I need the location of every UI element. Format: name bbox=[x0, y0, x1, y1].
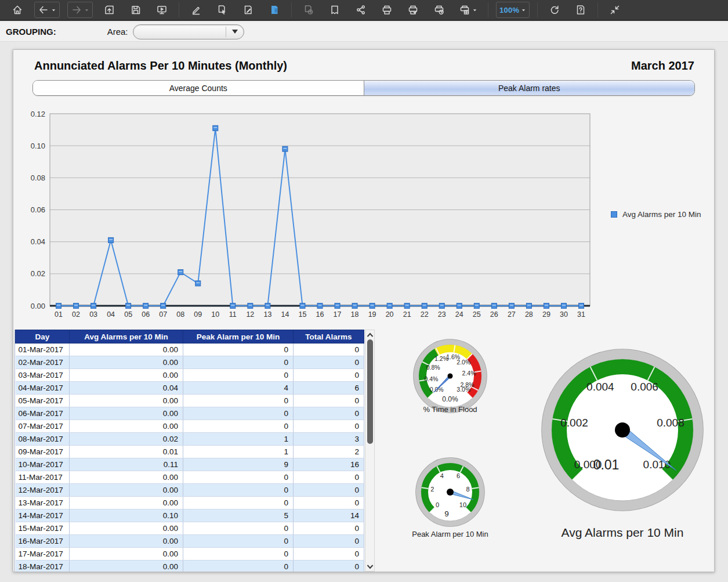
toolbar-separator bbox=[291, 2, 292, 17]
svg-text:19: 19 bbox=[368, 310, 376, 319]
svg-text:11: 11 bbox=[229, 310, 237, 319]
table-row[interactable]: 16-Mar-20170.0000 bbox=[16, 535, 364, 548]
svg-text:12: 12 bbox=[246, 310, 254, 319]
help-document-button[interactable] bbox=[571, 2, 590, 18]
svg-text:07: 07 bbox=[159, 310, 167, 319]
forward-button[interactable] bbox=[67, 2, 93, 18]
tab-peak-alarm-rates[interactable]: Peak Alarm rates bbox=[364, 81, 695, 95]
svg-text:0.004: 0.004 bbox=[586, 381, 614, 393]
svg-text:10: 10 bbox=[211, 310, 219, 319]
legend-swatch-icon bbox=[611, 211, 617, 218]
table-row[interactable]: 14-Mar-20170.10514 bbox=[16, 509, 364, 522]
table-row[interactable]: 04-Mar-20170.0446 bbox=[16, 382, 364, 395]
svg-text:08: 08 bbox=[176, 310, 184, 319]
column-header-total-alarms[interactable]: Total Alarms bbox=[294, 330, 364, 344]
area-dropdown-arrow-button[interactable] bbox=[226, 30, 244, 34]
print-schedule-button[interactable] bbox=[430, 2, 448, 18]
home-icon bbox=[12, 4, 23, 16]
flood-gauge-dial: 0.0%0.4%0.8%1.2%1.6%2.0%2.4%2.8%3.0%0.0% bbox=[410, 335, 491, 417]
toolbar-separator bbox=[537, 2, 538, 17]
table-row[interactable]: 10-Mar-20170.11916 bbox=[16, 458, 364, 471]
print-confirm-button[interactable] bbox=[404, 2, 422, 18]
svg-text:06: 06 bbox=[142, 310, 150, 319]
back-button[interactable] bbox=[34, 2, 60, 18]
doc-question-icon bbox=[575, 4, 586, 16]
printer-icon bbox=[381, 4, 393, 16]
edit-button[interactable] bbox=[187, 2, 205, 18]
chart-legend: Avg Alarms per 10 Min bbox=[611, 210, 701, 219]
share-button[interactable] bbox=[352, 2, 370, 18]
preview-button[interactable] bbox=[153, 2, 171, 18]
table-row[interactable]: 18-Mar-20170.0000 bbox=[16, 561, 364, 572]
edit-document-button[interactable] bbox=[239, 2, 258, 18]
doc-blue-icon bbox=[269, 4, 280, 16]
doc-cursor-icon bbox=[216, 4, 228, 16]
collapse-button[interactable] bbox=[606, 2, 624, 18]
svg-text:0.12: 0.12 bbox=[31, 110, 45, 118]
column-header-avg-alarms[interactable]: Avg Alarms per 10 Min bbox=[70, 330, 183, 344]
svg-text:09: 09 bbox=[194, 310, 202, 319]
svg-text:2.0%: 2.0% bbox=[457, 359, 470, 366]
svg-text:21: 21 bbox=[403, 310, 411, 319]
svg-text:2.4%: 2.4% bbox=[462, 370, 476, 377]
area-dropdown[interactable] bbox=[133, 24, 244, 39]
table-row[interactable]: 15-Mar-20170.0000 bbox=[16, 522, 364, 535]
book-icon bbox=[329, 4, 341, 16]
scroll-down-button[interactable] bbox=[365, 562, 374, 570]
column-header-peak-alarm[interactable]: Peak Alarm per 10 Min bbox=[183, 330, 294, 344]
svg-text:29: 29 bbox=[542, 310, 550, 319]
table-row[interactable]: 13-Mar-20170.0000 bbox=[16, 497, 364, 509]
table-row[interactable]: 02-Mar-20170.0000 bbox=[16, 356, 364, 369]
doc-clock-icon bbox=[303, 4, 314, 16]
table-row[interactable]: 08-Mar-20170.0213 bbox=[16, 433, 364, 446]
caret-down-icon bbox=[521, 8, 526, 13]
zoom-button[interactable]: 100% bbox=[496, 2, 530, 18]
table-row[interactable]: 05-Mar-20170.0000 bbox=[16, 395, 364, 407]
tab-average-counts[interactable]: Average Counts bbox=[33, 81, 364, 95]
table-row[interactable]: 01-Mar-20170.0000 bbox=[16, 344, 364, 356]
svg-text:6: 6 bbox=[457, 472, 460, 479]
toolbar-separator bbox=[597, 2, 598, 17]
scrollbar-thumb[interactable] bbox=[367, 339, 373, 444]
table-header-row: Day Avg Alarms per 10 Min Peak Alarm per… bbox=[16, 330, 364, 344]
peak-alarm-gauge-caption: Peak Alarm per 10 Min bbox=[412, 530, 488, 538]
svg-text:20: 20 bbox=[386, 310, 394, 319]
share-icon bbox=[355, 4, 367, 16]
svg-text:01: 01 bbox=[55, 310, 63, 319]
table-row[interactable]: 09-Mar-20170.0112 bbox=[16, 446, 364, 458]
svg-text:8: 8 bbox=[466, 486, 470, 493]
table-row[interactable]: 17-Mar-20170.0000 bbox=[16, 548, 364, 561]
chevron-down-icon bbox=[367, 564, 374, 569]
active-document-button[interactable] bbox=[265, 2, 284, 18]
table-row[interactable]: 07-Mar-20170.0000 bbox=[16, 420, 364, 433]
svg-text:0.4%: 0.4% bbox=[424, 375, 438, 382]
select-document-button[interactable] bbox=[213, 2, 231, 18]
svg-text:0.08: 0.08 bbox=[31, 173, 45, 182]
table-row[interactable]: 12-Mar-20170.0000 bbox=[16, 484, 364, 497]
refresh-button[interactable] bbox=[545, 2, 564, 18]
chevron-down-icon bbox=[232, 30, 238, 34]
grouping-bar: GROUPING: Area: bbox=[0, 22, 728, 42]
svg-text:31: 31 bbox=[577, 310, 585, 319]
scroll-up-button[interactable] bbox=[365, 331, 374, 339]
table-row[interactable]: 06-Mar-20170.0000 bbox=[16, 407, 364, 420]
toolbar-separator bbox=[179, 2, 179, 17]
table-row[interactable]: 11-Mar-20170.0000 bbox=[16, 471, 364, 484]
svg-text:16: 16 bbox=[316, 310, 324, 319]
report-panel: Annunciated Alarms Per 10 Minutes (Month… bbox=[13, 49, 715, 572]
bookmark-button[interactable] bbox=[325, 2, 344, 18]
home-button[interactable] bbox=[8, 2, 27, 18]
line-chart: 0.000.020.040.060.080.100.12010203040506… bbox=[13, 106, 715, 326]
table-row[interactable]: 03-Mar-20170.0000 bbox=[16, 369, 364, 382]
print-layout-button[interactable] bbox=[456, 2, 480, 18]
svg-text:0.010: 0.010 bbox=[643, 458, 671, 471]
save-button[interactable] bbox=[126, 2, 145, 18]
print-button[interactable] bbox=[378, 2, 396, 18]
schedule-document-button[interactable] bbox=[299, 2, 318, 18]
table-scrollbar[interactable] bbox=[365, 330, 375, 572]
printer-clock-icon bbox=[433, 4, 445, 16]
avg-alarms-gauge-caption: Avg Alarms per 10 Min bbox=[533, 526, 712, 540]
avg-alarms-gauge-dial: 0.0000.0020.0040.0060.0080.0100.01 bbox=[533, 340, 712, 520]
open-button[interactable] bbox=[100, 2, 119, 18]
column-header-day[interactable]: Day bbox=[16, 330, 70, 344]
